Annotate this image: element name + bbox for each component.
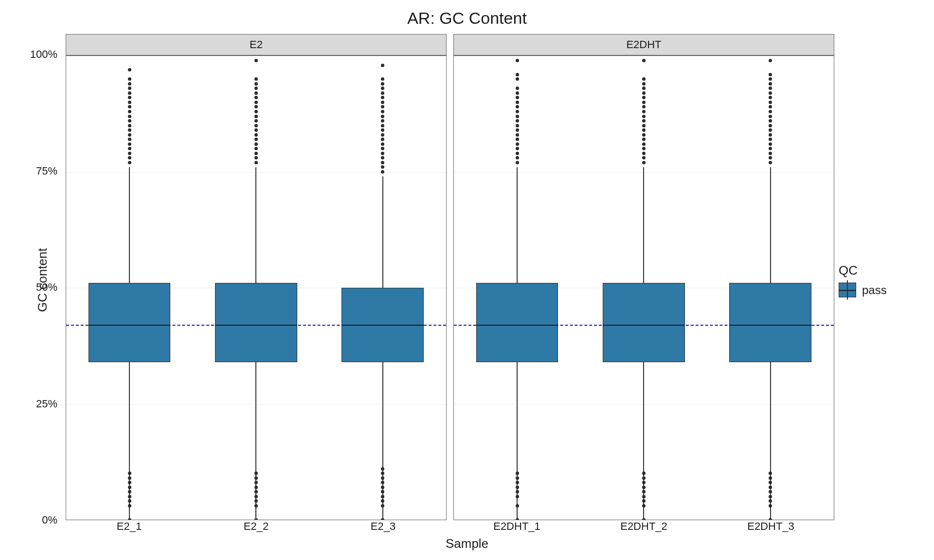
facet-x-ticks: E2_1E2_2E2_3 [66,520,447,534]
y-tick-label: 50% [0,281,62,294]
y-tick-label: 75% [0,165,62,177]
y-tick-label: 25% [0,398,62,410]
facet-panel [66,55,447,520]
plot-area: E2E2DHT [66,34,834,520]
boxplot [84,56,175,520]
boxplot [725,56,816,520]
x-axis-label: Sample [0,536,934,551]
boxplot [598,56,689,520]
boxplot [337,56,428,520]
legend-title: QC [839,263,916,278]
y-tick-label: 100% [0,48,62,61]
legend: QC pass [839,263,916,298]
x-tick-label: E2DHT_1 [493,520,540,534]
x-axis-ticks: E2_1E2_2E2_3E2DHT_1E2DHT_2E2DHT_3 [66,520,834,534]
facet: E2DHT [453,34,834,520]
facet-panel [453,55,834,520]
y-tick-label: 0% [0,514,62,526]
x-tick-label: E2_3 [371,520,395,534]
x-tick-label: E2DHT_3 [747,520,794,534]
chart-title: AR: GC Content [0,9,934,28]
x-tick-label: E2DHT_2 [620,520,667,534]
x-tick-label: E2_2 [244,520,269,534]
boxplot [211,56,302,520]
boxplot [471,56,562,520]
facet: E2 [66,34,447,520]
chart: AR: GC Content GC content Sample 0%25%50… [0,0,934,560]
legend-item-label: pass [862,283,887,297]
legend-item-pass: pass [839,283,916,298]
legend-key-icon [839,283,856,298]
y-axis-ticks: 0%25%50%75%100% [0,54,62,520]
facet-x-ticks: E2DHT_1E2DHT_2E2DHT_3 [453,520,834,534]
facet-strip-label: E2 [66,34,447,55]
x-tick-label: E2_1 [117,520,142,534]
facet-strip-label: E2DHT [453,34,834,55]
